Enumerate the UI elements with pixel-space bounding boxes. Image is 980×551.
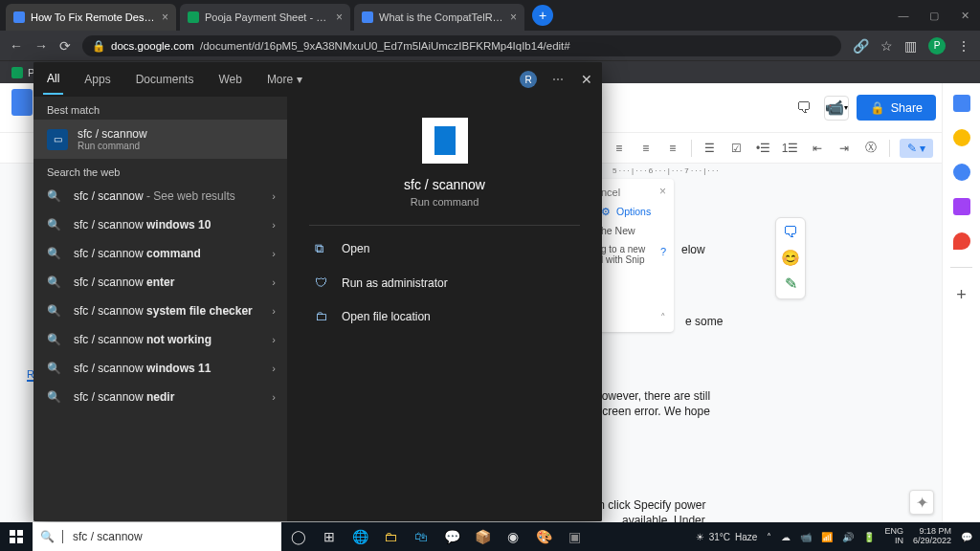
search-profile-badge[interactable]: R: [520, 71, 537, 88]
back-icon[interactable]: ←: [10, 38, 23, 54]
search-tab-more[interactable]: More ▾: [263, 65, 306, 94]
browser-tab[interactable]: How To Fix Remote Desktop Blac ×: [6, 4, 176, 31]
weather-widget[interactable]: ☀ 31°C Haze: [696, 532, 758, 542]
shield-icon: 🛡: [315, 276, 330, 290]
office-icon[interactable]: 📦: [469, 522, 496, 551]
action-open-location[interactable]: 🗀Open file location: [309, 299, 580, 333]
bulleted-list-icon[interactable]: •☰: [755, 142, 772, 155]
language-indicator[interactable]: ENG IN: [884, 527, 903, 546]
share-button[interactable]: 🔒Share: [857, 95, 936, 121]
add-comment-icon[interactable]: 🗨: [783, 224, 798, 241]
address-bar[interactable]: 🔒 docs.google.com/document/d/16pM5_9xA38…: [82, 35, 841, 56]
task-view-icon[interactable]: ⊞: [316, 522, 343, 551]
web-result[interactable]: 🔍sfc / scannow - See web results›: [33, 182, 287, 210]
checklist-icon[interactable]: ☑: [728, 142, 746, 155]
add-addon-icon[interactable]: +: [956, 285, 967, 305]
browser-tab[interactable]: Pooja Payment Sheet - Google Sh ×: [180, 4, 350, 31]
web-result[interactable]: 🔍sfc / scannow nedir›: [33, 383, 287, 411]
action-run-admin[interactable]: 🛡Run as administrator: [309, 266, 580, 299]
align-justify-icon[interactable]: ≡: [664, 142, 681, 155]
meet-icon[interactable]: 📹▾: [824, 96, 849, 121]
tasks-icon[interactable]: [953, 164, 970, 181]
maximize-icon[interactable]: ▢: [919, 0, 949, 31]
web-result[interactable]: 🔍sfc / scannow system file checker›: [33, 297, 287, 325]
options-row[interactable]: ⚙Options: [601, 206, 666, 217]
best-match-result[interactable]: ▭ sfc / scannow Run command: [33, 120, 287, 159]
more-options-icon[interactable]: ⋯: [552, 73, 566, 86]
docs-logo-icon[interactable]: [11, 89, 33, 116]
action-open[interactable]: ⧉Open: [309, 231, 580, 266]
editing-mode-pill[interactable]: ✎ ▾: [900, 139, 933, 158]
chevron-up-icon[interactable]: ˄: [660, 312, 666, 324]
close-tab-icon[interactable]: ×: [162, 11, 168, 24]
run-command-icon: ▭: [47, 129, 68, 150]
meet-now-icon[interactable]: 📹: [800, 532, 812, 542]
line-spacing-icon[interactable]: ☰: [702, 142, 719, 155]
close-tab-icon[interactable]: ×: [336, 11, 343, 24]
emoji-reaction-icon[interactable]: 😊: [781, 249, 800, 267]
notifications-icon[interactable]: 💬: [961, 532, 972, 542]
skype-icon[interactable]: 💬: [438, 522, 465, 551]
indent-icon[interactable]: ⇥: [835, 142, 853, 155]
tray-chevron-icon[interactable]: ˄: [767, 532, 771, 542]
calendar-icon[interactable]: [953, 95, 970, 112]
close-tab-icon[interactable]: ×: [510, 11, 517, 24]
help-icon[interactable]: ?: [660, 246, 666, 257]
contacts-icon[interactable]: [953, 198, 970, 215]
close-search-icon[interactable]: ✕: [581, 72, 592, 87]
battery-icon[interactable]: 🔋: [863, 532, 875, 542]
edge-icon[interactable]: 🌐: [346, 522, 373, 551]
bookmark-star-icon[interactable]: ☆: [880, 38, 893, 54]
chevron-right-icon: ›: [272, 305, 276, 317]
start-button[interactable]: [0, 522, 33, 551]
keep-icon[interactable]: [953, 129, 970, 146]
web-result[interactable]: 🔍sfc / scannow windows 10›: [33, 210, 287, 239]
doc-text: he New: [601, 225, 666, 236]
volume-icon[interactable]: 🔊: [842, 532, 854, 542]
browser-tab-bar: How To Fix Remote Desktop Blac × Pooja P…: [0, 0, 980, 31]
app-icon[interactable]: ▣: [561, 522, 588, 551]
suggest-edit-icon[interactable]: ✎: [785, 275, 797, 293]
maps-icon[interactable]: [953, 232, 970, 250]
doc-text: g to a new: [601, 244, 666, 254]
web-result[interactable]: 🔍sfc / scannow enter›: [33, 268, 287, 297]
chrome-icon[interactable]: ◉: [500, 522, 526, 551]
profile-avatar[interactable]: P: [928, 37, 946, 55]
cortana-icon[interactable]: ◯: [285, 522, 312, 551]
store-icon[interactable]: 🛍: [408, 522, 434, 551]
align-right-icon[interactable]: ≡: [637, 142, 655, 155]
align-center-icon[interactable]: ≡: [611, 142, 628, 155]
chevron-right-icon: ›: [272, 248, 276, 259]
search-tab-all[interactable]: All: [43, 64, 63, 95]
search-icon: 🔍: [47, 218, 64, 231]
clear-formatting-icon[interactable]: Ⓧ: [862, 142, 880, 155]
web-result[interactable]: 🔍sfc / scannow not working›: [33, 325, 287, 354]
paint-icon[interactable]: 🎨: [530, 522, 557, 551]
taskbar-search-box[interactable]: 🔍 sfc / scannow: [33, 522, 281, 551]
search-tab-web[interactable]: Web: [214, 65, 245, 94]
browser-tab[interactable]: What is the CompatTelRunner - G ×: [354, 4, 524, 31]
outdent-icon[interactable]: ⇤: [809, 142, 826, 155]
web-result[interactable]: 🔍sfc / scannow command›: [33, 239, 287, 268]
comment-history-icon[interactable]: 🗨: [791, 96, 816, 121]
explore-button[interactable]: ✦: [909, 490, 934, 515]
explorer-icon[interactable]: 🗀: [377, 522, 404, 551]
clock[interactable]: 9:18 PM 6/29/2022: [913, 527, 951, 546]
minimize-icon[interactable]: —: [888, 0, 919, 31]
reload-icon[interactable]: ⟳: [59, 38, 71, 54]
kebab-menu-icon[interactable]: ⋮: [957, 38, 970, 54]
wifi-icon[interactable]: 📶: [821, 532, 833, 542]
numbered-list-icon[interactable]: 1☰: [782, 142, 799, 155]
result-title: sfc / scannow: [78, 127, 147, 141]
close-window-icon[interactable]: ✕: [949, 0, 980, 31]
new-tab-button[interactable]: +: [532, 5, 553, 26]
search-tab-documents[interactable]: Documents: [132, 65, 198, 94]
forward-icon[interactable]: →: [34, 38, 48, 54]
onedrive-icon[interactable]: ☁: [781, 532, 791, 542]
close-icon[interactable]: ×: [659, 185, 666, 198]
share-icon[interactable]: 🔗: [853, 38, 869, 54]
search-tab-apps[interactable]: Apps: [80, 65, 114, 94]
weather-temp: 31°C: [709, 532, 730, 542]
extensions-icon[interactable]: ▥: [904, 38, 917, 54]
web-result[interactable]: 🔍sfc / scannow windows 11›: [33, 354, 287, 383]
